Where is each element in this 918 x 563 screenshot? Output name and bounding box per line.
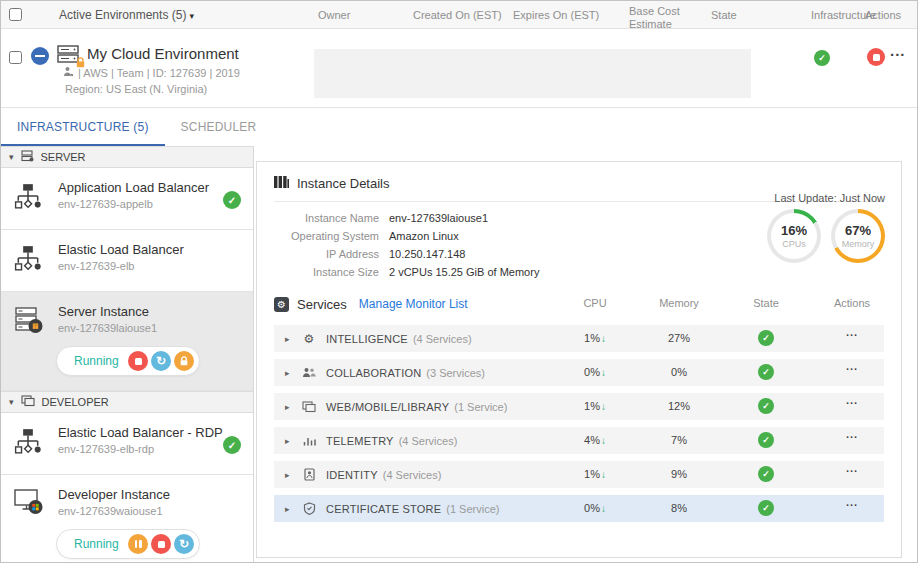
row-actions-menu[interactable]: ... (822, 428, 882, 440)
stop-instance-button[interactable] (151, 534, 171, 554)
service-row-certificate-store[interactable]: ▸ CERTIFICATE STORE (1 Service) 0%↓ 8% ✓… (274, 495, 884, 522)
usage-gauges: 16% CPUs 67% Memory (767, 209, 885, 263)
environment-row: My Cloud Environment | AWS | Team | ID: … (1, 30, 917, 108)
cpu-cell: 1%↓ (565, 400, 625, 412)
users-icon (301, 367, 317, 378)
row-actions-menu[interactable]: ... (822, 496, 882, 508)
service-row-telemetry[interactable]: ▸ TELEMETRY (4 Services) 4%↓ 7% ✓ ... (274, 427, 884, 454)
service-row-web-mobile-library[interactable]: ▸ WEB/MOBILE/LIBRARY (1 Service) 1%↓ 12%… (274, 393, 884, 420)
cpu-cell: 0%↓ (565, 502, 625, 514)
service-name: WEB/MOBILE/LIBRARY (326, 401, 449, 413)
load-balancer-icon (14, 182, 42, 213)
down-arrow-icon: ↓ (601, 333, 606, 344)
column-created-on: Created On (EST) (413, 9, 502, 21)
tab-bar: INFRASTRUCTURE (5) SCHEDULER (1, 108, 272, 146)
expand-row-icon[interactable]: ▸ (285, 368, 292, 378)
sidebar-item-server-instance[interactable]: Server Instance env-127639laiouse1 Runni… (1, 292, 253, 391)
row-actions-menu[interactable]: ... (822, 326, 882, 338)
service-name: TELEMETRY (326, 435, 394, 447)
row-actions-menu[interactable]: ... (822, 462, 882, 474)
environment-actions-menu[interactable]: ... (890, 42, 906, 59)
service-name: INTELLIGENCE (326, 333, 408, 345)
instance-name-value: env-127639laiouse1 (389, 212, 614, 224)
sidebar-item-elastic-load-balancer[interactable]: Elastic Load Balancer env-127639-elb (1, 230, 253, 292)
service-row-collaboration[interactable]: ▸ COLLABORATION (3 Services) 0%↓ 0% ✓ ..… (274, 359, 884, 386)
status-running-label: Running (74, 354, 125, 368)
load-balancer-icon (14, 244, 42, 275)
developer-section-icon (21, 395, 35, 409)
service-count: (3 Services) (426, 367, 485, 379)
environment-manager-window: Active Environments (5)▾ Owner Created O… (0, 0, 918, 563)
state-cell: ✓ (736, 500, 796, 516)
manage-monitor-list-link[interactable]: Manage Monitor List (359, 297, 468, 311)
lock-instance-button[interactable] (174, 351, 194, 371)
memory-cell: 27% (649, 332, 709, 344)
gear-icon: ⚙ (301, 333, 317, 345)
restart-instance-button[interactable]: ↻ (151, 351, 171, 371)
collapse-environment-button[interactable] (31, 47, 49, 65)
pause-instance-button[interactable] (128, 534, 148, 554)
select-all-checkbox[interactable] (9, 8, 22, 21)
memory-gauge-value: 67% (845, 223, 871, 238)
ok-state-icon: ✓ (758, 500, 774, 516)
section-header-server[interactable]: ▾ SERVER (1, 146, 253, 168)
telemetry-chart-icon (301, 435, 317, 446)
server-instance-icon (14, 306, 44, 337)
infrastructure-ok-icon: ✓ (814, 50, 830, 66)
ok-state-icon: ✓ (758, 330, 774, 346)
ok-state-icon: ✓ (758, 466, 774, 482)
cpu-gauge: 16% CPUs (767, 209, 821, 263)
service-count: (1 Service) (454, 401, 507, 413)
item-id: env-127639waiouse1 (58, 505, 243, 517)
sidebar-item-application-load-balancer[interactable]: Application Load Balancer env-127639-app… (1, 168, 253, 230)
tab-scheduler[interactable]: SCHEDULER (165, 108, 273, 146)
triangle-down-icon: ▾ (9, 397, 14, 407)
cpu-cell: 4%↓ (565, 434, 625, 446)
stop-environment-button[interactable] (867, 48, 885, 66)
expand-row-icon[interactable]: ▸ (285, 470, 292, 480)
memory-gauge: 67% Memory (831, 209, 885, 263)
ok-state-icon: ✓ (758, 432, 774, 448)
service-row-identity[interactable]: ▸ IDENTITY (4 Services) 1%↓ 9% ✓ ... (274, 461, 884, 488)
service-count: (1 Service) (446, 503, 499, 515)
section-header-developer[interactable]: ▾ DEVELOPER (1, 391, 253, 413)
state-cell: ✓ (736, 364, 796, 380)
environment-name[interactable]: My Cloud Environment (87, 45, 239, 62)
instance-size-value: 2 vCPUs 15.25 GiB of Memory (389, 266, 614, 278)
environment-checkbox[interactable] (9, 51, 22, 64)
status-running-label: Running (74, 537, 125, 551)
row-actions-menu[interactable]: ... (822, 394, 882, 406)
cpu-cell: 1%↓ (565, 468, 625, 480)
memory-cell: 7% (649, 434, 709, 446)
cpu-cell: 1%↓ (565, 332, 625, 344)
sidebar-item-elastic-load-balancer-rdp[interactable]: Elastic Load Balancer - RDP env-127639-e… (1, 413, 253, 475)
restart-instance-button[interactable]: ↻ (174, 534, 194, 554)
field-label: IP Address (274, 248, 379, 260)
active-environments-label: Active Environments (5) (59, 8, 186, 22)
item-name: Application Load Balancer (58, 180, 243, 195)
monitor-icon (301, 401, 317, 413)
down-arrow-icon: ↓ (601, 401, 606, 412)
active-environments-dropdown[interactable]: Active Environments (5)▾ (59, 8, 194, 22)
triangle-down-icon: ▾ (9, 152, 14, 162)
service-row-intelligence[interactable]: ▸ ⚙ INTELLIGENCE (4 Services) 1%↓ 27% ✓ … (274, 325, 884, 352)
down-arrow-icon: ↓ (601, 469, 606, 480)
stop-instance-button[interactable] (128, 351, 148, 371)
cpu-cell: 0%↓ (565, 366, 625, 378)
state-cell: ✓ (736, 466, 796, 482)
list-header-bar: Active Environments (5)▾ Owner Created O… (1, 1, 917, 29)
environment-server-icon (56, 44, 82, 68)
sidebar-item-developer-instance[interactable]: Developer Instance env-127639waiouse1 Ru… (1, 475, 253, 563)
cpu-gauge-value: 16% (781, 223, 807, 238)
instance-status-pill: Running ↻ (56, 529, 200, 559)
expand-row-icon[interactable]: ▸ (285, 402, 292, 412)
item-id: env-127639-elb-rdp (58, 443, 243, 455)
id-badge-icon (301, 468, 317, 481)
field-label: Instance Name (274, 212, 379, 224)
tab-infrastructure[interactable]: INFRASTRUCTURE (5) (1, 108, 165, 146)
expand-row-icon[interactable]: ▸ (285, 436, 292, 446)
services-title: Services (297, 297, 347, 312)
expand-row-icon[interactable]: ▸ (285, 334, 292, 344)
expand-row-icon[interactable]: ▸ (285, 504, 292, 514)
row-actions-menu[interactable]: ... (822, 360, 882, 372)
